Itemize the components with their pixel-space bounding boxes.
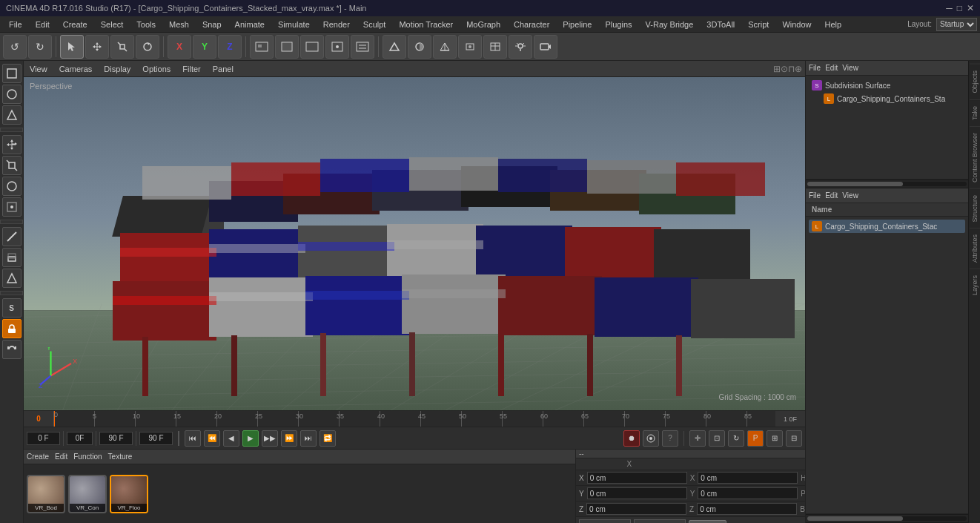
- go-to-end-button[interactable]: ⏭: [300, 430, 317, 447]
- obj-manager-scrollbar[interactable]: [806, 180, 968, 188]
- minimize-button[interactable]: ─: [946, 3, 953, 13]
- obj-cargo-container-bottom[interactable]: L Cargo_Shipping_Containers_Stac: [809, 220, 965, 233]
- z-axis-button[interactable]: Z: [218, 35, 242, 59]
- texture-button[interactable]: [483, 35, 507, 59]
- prev-frame-button[interactable]: ◀: [223, 430, 239, 447]
- sidebar-rotate[interactable]: [2, 177, 21, 196]
- record-button[interactable]: ⏺: [623, 430, 640, 447]
- obj-subdivision-surface[interactable]: S Subdivision Surface: [809, 79, 965, 92]
- obj-cargo-container[interactable]: L Cargo_Shipping_Containers_Sta: [809, 92, 965, 105]
- sidebar-move[interactable]: [2, 135, 21, 154]
- autokey-button[interactable]: [643, 430, 659, 447]
- obj-manager-bottom-scrollbar[interactable]: [806, 514, 968, 523]
- sidebar-bevel[interactable]: [2, 269, 21, 288]
- close-button[interactable]: ✕: [967, 3, 974, 13]
- menu-select[interactable]: Select: [95, 19, 130, 30]
- menu-3dtoall[interactable]: 3DToAll: [701, 19, 741, 30]
- wireframe-button[interactable]: [433, 35, 457, 59]
- tab-structure[interactable]: Structure: [970, 188, 980, 228]
- menu-pipeline[interactable]: Pipeline: [557, 19, 597, 30]
- material-menu-texture[interactable]: Texture: [108, 453, 133, 461]
- object-mode-button[interactable]: [458, 35, 482, 59]
- obj-bottom-menu-file[interactable]: File: [809, 191, 821, 200]
- render-view-button[interactable]: [300, 35, 324, 59]
- y-axis-button[interactable]: Y: [193, 35, 216, 59]
- material-vr-body[interactable]: VR_Bod: [27, 475, 65, 513]
- perspective-view-button[interactable]: [383, 35, 406, 59]
- sidebar-transform[interactable]: [2, 197, 21, 217]
- viewport-menu-options[interactable]: Options: [139, 63, 173, 75]
- menu-create[interactable]: Create: [57, 19, 93, 30]
- scrollbar-track-bottom[interactable]: [807, 516, 967, 521]
- scrollbar-track[interactable]: [807, 182, 967, 186]
- sidebar-lock[interactable]: [2, 319, 21, 338]
- menu-tools[interactable]: Tools: [130, 19, 162, 30]
- scale-tool-button[interactable]: [110, 35, 134, 59]
- redo-button[interactable]: ↻: [28, 35, 52, 59]
- menu-file[interactable]: File: [3, 19, 28, 30]
- menu-edit[interactable]: Edit: [30, 19, 56, 30]
- layout-select[interactable]: Startup: [936, 18, 977, 31]
- material-menu-edit[interactable]: Edit: [55, 453, 67, 461]
- menu-render[interactable]: Render: [317, 19, 356, 30]
- viewport-icons[interactable]: ⊞⊙⊓⊕: [773, 64, 802, 74]
- prev-keyframe-button[interactable]: ⏪: [204, 430, 220, 447]
- camera-button[interactable]: [534, 35, 557, 59]
- menu-window[interactable]: Window: [776, 19, 817, 30]
- viewport-3d[interactable]: X Y Z Perspective Grid Spacing : 1000 cm: [24, 77, 805, 410]
- menu-mograph[interactable]: MoGraph: [460, 19, 506, 30]
- obj-bottom-menu-edit[interactable]: Edit: [825, 191, 838, 200]
- attr-x-pos[interactable]: [587, 472, 687, 484]
- tab-attributes[interactable]: Attributes: [970, 228, 980, 269]
- apply-button[interactable]: Apply: [689, 520, 726, 524]
- viewport-navigation-6[interactable]: ⊟: [786, 430, 802, 447]
- menu-plugins[interactable]: Plugins: [599, 19, 638, 30]
- move-tool-button[interactable]: [85, 35, 109, 59]
- end-frame-input[interactable]: [99, 432, 133, 445]
- menu-mesh[interactable]: Mesh: [163, 19, 195, 30]
- undo-button[interactable]: ↺: [3, 35, 27, 59]
- obj-menu-file[interactable]: File: [809, 64, 821, 72]
- attr-y-size[interactable]: [698, 487, 798, 499]
- sidebar-knife[interactable]: [2, 227, 21, 246]
- tab-content-browser[interactable]: Content Browser: [970, 126, 980, 188]
- obj-menu-view[interactable]: View: [842, 64, 858, 72]
- next-frame-button[interactable]: ▶▶: [262, 430, 278, 447]
- shading-button[interactable]: [408, 35, 431, 59]
- obj-bottom-menu-view[interactable]: View: [842, 191, 858, 200]
- sidebar-mode-edit[interactable]: [2, 85, 21, 104]
- sidebar-extrude[interactable]: [2, 248, 21, 267]
- menu-snap[interactable]: Snap: [196, 19, 228, 30]
- current-frame-input[interactable]: [27, 432, 60, 445]
- next-keyframe-button[interactable]: ⏩: [281, 430, 297, 447]
- tab-take[interactable]: Take: [970, 99, 980, 126]
- scrollbar-thumb-bottom[interactable]: [807, 516, 903, 521]
- coord-system-select[interactable]: World: [579, 519, 631, 523]
- viewport-menu-view[interactable]: View: [27, 63, 50, 75]
- keyframe-help-button[interactable]: ?: [662, 430, 678, 447]
- tab-layers[interactable]: Layers: [970, 269, 980, 301]
- end-frame-input2[interactable]: [139, 432, 173, 445]
- render-queue-button[interactable]: [351, 35, 374, 59]
- loop-button[interactable]: 🔁: [320, 430, 336, 447]
- attr-z-size[interactable]: [697, 503, 797, 515]
- start-frame-input[interactable]: [67, 432, 93, 445]
- tab-objects[interactable]: Objects: [970, 64, 980, 99]
- attr-z-pos[interactable]: [586, 503, 686, 515]
- viewport-menu-panel[interactable]: Panel: [210, 63, 236, 75]
- sidebar-mode-sculpt[interactable]: [2, 105, 21, 125]
- rotate-tool-button[interactable]: [136, 35, 159, 59]
- scrollbar-thumb[interactable]: [807, 182, 903, 186]
- menu-simulate[interactable]: Simulate: [272, 19, 316, 30]
- light-button[interactable]: [509, 35, 532, 59]
- menu-sculpt[interactable]: Sculpt: [357, 19, 392, 30]
- menu-character[interactable]: Character: [508, 19, 555, 30]
- viewport-navigation-5[interactable]: ⊞: [767, 430, 783, 447]
- select-tool-button[interactable]: [60, 35, 84, 59]
- sidebar-scale[interactable]: [2, 156, 21, 175]
- viewport-menu-cameras[interactable]: Cameras: [56, 63, 96, 75]
- timeline-ruler[interactable]: 0 5 10 15 20 25 30 35: [53, 411, 775, 427]
- render-region-button[interactable]: [250, 35, 274, 59]
- obj-menu-edit[interactable]: Edit: [825, 64, 838, 72]
- attr-y-pos[interactable]: [587, 487, 687, 499]
